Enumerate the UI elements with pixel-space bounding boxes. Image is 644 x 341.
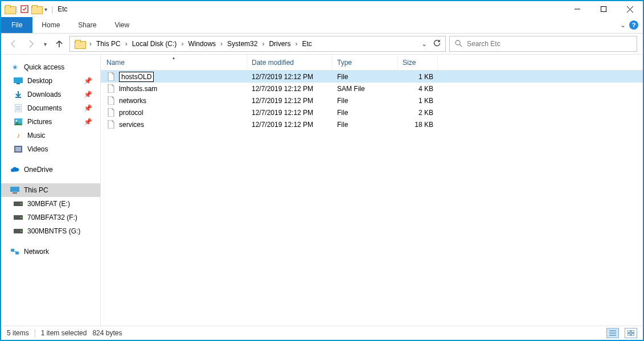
cloud-icon (10, 165, 19, 174)
chevron-right-icon[interactable]: › (180, 40, 184, 48)
tab-share[interactable]: Share (69, 17, 105, 33)
column-header-type[interactable]: Type (333, 55, 398, 70)
search-input[interactable] (466, 39, 632, 48)
svg-rect-7 (14, 77, 23, 83)
sidebar-item-documents[interactable]: Documents 📌 (1, 101, 100, 115)
svg-rect-35 (631, 334, 634, 336)
breadcrumb[interactable]: Local Disk (C:) (129, 36, 181, 51)
svg-rect-27 (15, 252, 19, 254)
drive-icon (14, 213, 23, 222)
svg-rect-34 (627, 334, 630, 336)
sidebar-item-music[interactable]: ♪ Music (1, 129, 100, 142)
navigation-bar: ▾ › This PC › Local Disk (C:) › Windows … (1, 34, 643, 54)
maximize-button[interactable] (590, 1, 617, 17)
sidebar-item-label: Quick access (24, 63, 64, 71)
column-label: Name (106, 59, 125, 67)
svg-point-25 (20, 231, 22, 232)
svg-line-6 (460, 44, 462, 47)
sidebar-item-quick-access[interactable]: ★ Quick access (1, 60, 100, 74)
breadcrumb[interactable]: This PC (93, 36, 124, 51)
ribbon-expand-icon[interactable]: ⌄ (620, 21, 626, 29)
breadcrumb[interactable]: System32 (224, 36, 261, 51)
content-area: ★ Quick access Desktop 📌 Downloads 📌 Doc… (1, 54, 643, 326)
breadcrumb[interactable]: Drivers (265, 36, 294, 51)
svg-point-5 (456, 40, 460, 45)
sidebar-item-desktop[interactable]: Desktop 📌 (1, 74, 100, 88)
file-size: 18 KB (398, 121, 438, 129)
sidebar-item-network[interactable]: Network (1, 245, 100, 258)
tab-home[interactable]: Home (32, 17, 69, 33)
help-icon[interactable]: ? (629, 20, 638, 30)
sidebar-item-pictures[interactable]: Pictures 📌 (1, 115, 100, 129)
table-row[interactable]: lmhosts.sam12/7/2019 12:12 PMSAM File4 K… (101, 83, 643, 95)
sidebar-item-label: Music (27, 132, 45, 139)
videos-icon (14, 145, 23, 154)
svg-rect-32 (627, 330, 630, 332)
sidebar-item-drive[interactable]: 300MBNTFS (G:) (1, 224, 100, 238)
sidebar-item-label: Pictures (27, 118, 52, 126)
address-bar[interactable]: › This PC › Local Disk (C:) › Windows › … (69, 36, 446, 52)
sidebar-item-videos[interactable]: Videos (1, 142, 100, 156)
back-button[interactable] (7, 37, 20, 51)
sidebar-item-drive[interactable]: 70MBFAT32 (F:) (1, 211, 100, 224)
chevron-right-icon[interactable]: › (88, 40, 93, 48)
file-date: 12/7/2019 12:12 PM (247, 73, 333, 81)
file-name: protocol (119, 109, 143, 117)
desktop-icon (14, 76, 23, 85)
pin-icon: 📌 (84, 118, 92, 126)
svg-rect-2 (601, 7, 606, 12)
column-header-date[interactable]: Date modified (247, 55, 333, 70)
svg-rect-26 (11, 249, 14, 252)
column-header-size[interactable]: Size (398, 55, 438, 70)
close-button[interactable] (617, 1, 643, 17)
minimize-button[interactable] (564, 1, 590, 17)
file-icon (106, 108, 116, 117)
thumbnails-view-button[interactable] (625, 328, 637, 338)
refresh-icon[interactable] (433, 39, 441, 49)
pictures-icon (14, 117, 23, 126)
documents-icon (14, 104, 23, 113)
chevron-right-icon[interactable]: › (124, 40, 129, 48)
title-bar: | ▾ | Etc (1, 1, 643, 17)
table-row[interactable]: services12/7/2019 12:12 PMFile18 KB (101, 118, 643, 130)
tab-file[interactable]: File (1, 17, 32, 33)
sidebar-item-label: Network (24, 248, 49, 256)
breadcrumb[interactable]: Windows (184, 36, 219, 51)
svg-point-15 (16, 120, 18, 122)
svg-rect-17 (15, 147, 21, 151)
quick-access-toolbar: | ▾ | (1, 5, 53, 14)
tab-view[interactable]: View (105, 17, 138, 33)
sidebar-item-this-pc[interactable]: This PC (1, 183, 100, 197)
sidebar-item-label: Documents (27, 104, 62, 112)
sidebar-item-onedrive[interactable]: OneDrive (1, 163, 100, 176)
up-button[interactable] (52, 37, 66, 51)
search-box[interactable] (449, 36, 637, 52)
folder-icon[interactable] (31, 5, 40, 14)
sidebar-item-label: Desktop (27, 77, 52, 85)
sidebar-item-downloads[interactable]: Downloads 📌 (1, 88, 100, 101)
chevron-right-icon[interactable]: › (219, 40, 224, 48)
properties-icon[interactable] (20, 5, 29, 14)
forward-button[interactable] (24, 37, 38, 51)
pin-icon: 📌 (84, 91, 92, 98)
address-dropdown-icon[interactable]: ⌄ (421, 40, 427, 48)
pin-icon: 📌 (84, 77, 92, 85)
file-date: 12/7/2019 12:12 PM (247, 121, 333, 129)
table-row[interactable]: networks12/7/2019 12:12 PMFile1 KB (101, 95, 643, 106)
table-row[interactable]: protocol12/7/2019 12:12 PMFile2 KB (101, 106, 643, 118)
table-row[interactable]: hostsOLD12/7/2019 12:12 PMFile1 KB (101, 71, 643, 83)
sidebar-item-drive[interactable]: 30MBFAT (E:) (1, 197, 100, 211)
rename-input[interactable]: hostsOLD (119, 72, 154, 82)
window-title: Etc (53, 5, 67, 13)
recent-locations-button[interactable]: ▾ (41, 37, 49, 51)
downloads-icon (14, 90, 23, 99)
breadcrumb[interactable]: Etc (298, 36, 315, 51)
sidebar-item-label: 300MBNTFS (G:) (27, 227, 80, 235)
column-header-name[interactable]: Name ▴ (101, 55, 247, 70)
qat-dropdown-icon[interactable]: ▾ (43, 6, 49, 13)
svg-point-23 (20, 217, 22, 218)
details-view-button[interactable] (606, 328, 619, 338)
file-size: 1 KB (398, 73, 438, 81)
chevron-right-icon[interactable]: › (261, 40, 265, 48)
chevron-right-icon[interactable]: › (294, 40, 298, 48)
